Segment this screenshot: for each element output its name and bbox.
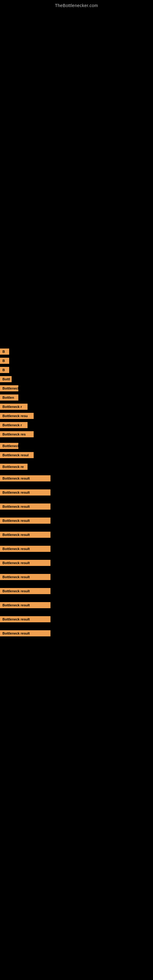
bottleneck-result-badge[interactable]: Bottleneck result: [0, 531, 51, 538]
result-row: Bottleneck result: [0, 516, 153, 525]
result-row: Bottleneck result: [0, 615, 153, 624]
site-header: TheBottlenecker.com: [0, 0, 153, 10]
result-row: Bottlen: [0, 393, 153, 402]
result-row: Bottleneck result: [0, 474, 153, 483]
bottleneck-result-badge[interactable]: Bottleneck result: [0, 574, 51, 580]
site-title: TheBottlenecker.com: [0, 0, 153, 10]
bottleneck-result-badge[interactable]: Bottleneck re: [0, 464, 27, 470]
result-row: Bottleneck: [0, 442, 153, 450]
bottleneck-result-badge[interactable]: Bottleneck result: [0, 616, 51, 622]
bottleneck-result-badge[interactable]: Bottleneck result: [0, 588, 51, 594]
result-row: Bottleneck: [0, 384, 153, 393]
bottleneck-result-badge[interactable]: Bottleneck result: [0, 489, 51, 495]
bottleneck-result-badge[interactable]: Bottleneck: [0, 443, 18, 449]
results-area: BBBBottlBottleneckBottlenBottleneck rBot…: [0, 347, 153, 649]
bottleneck-result-badge[interactable]: Bottleneck result: [0, 503, 51, 510]
result-row: Bottleneck result: [0, 601, 153, 609]
result-row: B: [0, 356, 153, 365]
result-row: Bottleneck result: [0, 502, 153, 511]
result-row: Bottleneck res: [0, 430, 153, 439]
bottleneck-result-badge[interactable]: B: [0, 367, 9, 373]
bottleneck-result-badge[interactable]: Bottlen: [0, 395, 18, 401]
result-row: Bottleneck re: [0, 463, 153, 471]
result-row: Bottleneck result: [0, 558, 153, 567]
chart-area: [0, 10, 153, 347]
bottleneck-result-badge[interactable]: Bottleneck result: [0, 475, 51, 481]
bottleneck-result-badge[interactable]: Bottleneck resul: [0, 452, 33, 458]
bottleneck-result-badge[interactable]: Bottleneck res: [0, 431, 33, 438]
result-row: Bottleneck result: [0, 488, 153, 497]
bottleneck-result-badge[interactable]: Bottleneck result: [0, 560, 51, 566]
result-row: Bottleneck r: [0, 421, 153, 430]
result-row: Bottleneck resul: [0, 451, 153, 460]
bottleneck-result-badge[interactable]: Bottleneck result: [0, 630, 51, 636]
result-row: Bottleneck resu: [0, 412, 153, 420]
result-row: B: [0, 347, 153, 356]
bottleneck-result-badge[interactable]: Bottl: [0, 376, 12, 382]
result-row: Bottleneck r: [0, 402, 153, 411]
bottleneck-result-badge[interactable]: B: [0, 348, 9, 355]
bottleneck-result-badge[interactable]: Bottleneck result: [0, 602, 51, 608]
bottleneck-result-badge[interactable]: Bottleneck resu: [0, 413, 33, 419]
bottleneck-result-badge[interactable]: B: [0, 358, 9, 364]
result-row: Bottleneck result: [0, 573, 153, 581]
result-row: B: [0, 366, 153, 374]
result-row: Bottl: [0, 375, 153, 383]
result-row: Bottleneck result: [0, 587, 153, 595]
result-row: Bottleneck result: [0, 629, 153, 638]
bottleneck-result-badge[interactable]: Bottleneck: [0, 385, 18, 391]
bottleneck-result-badge[interactable]: Bottleneck result: [0, 546, 51, 552]
result-row: Bottleneck result: [0, 530, 153, 539]
bottleneck-result-badge[interactable]: Bottleneck r: [0, 422, 27, 428]
result-row: Bottleneck result: [0, 544, 153, 553]
bottleneck-result-badge[interactable]: Bottleneck result: [0, 517, 51, 524]
bottleneck-result-badge[interactable]: Bottleneck r: [0, 404, 27, 410]
